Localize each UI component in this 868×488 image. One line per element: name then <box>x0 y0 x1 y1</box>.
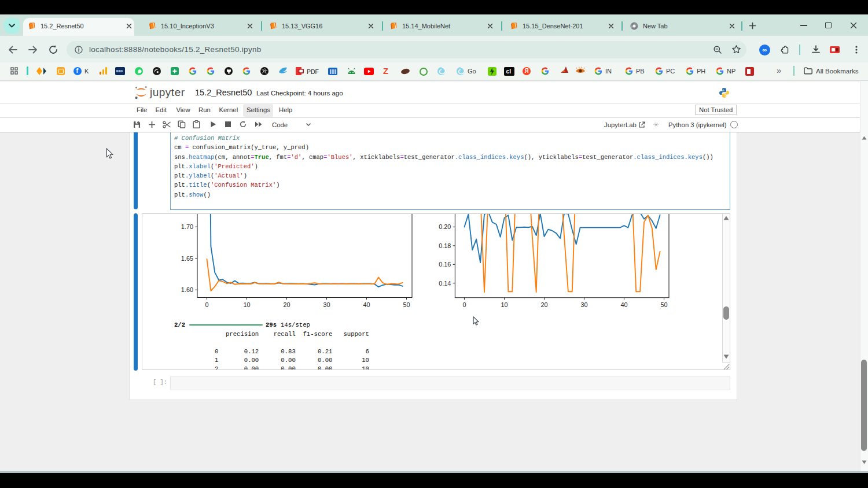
svg-text:50: 50 <box>403 301 410 308</box>
svg-text:40: 40 <box>363 301 370 308</box>
svg-text:0: 0 <box>462 301 466 308</box>
svg-text:0.16: 0.16 <box>439 261 451 268</box>
svg-text:30: 30 <box>580 301 587 308</box>
svg-text:50: 50 <box>660 301 667 308</box>
svg-text:0.18: 0.18 <box>439 242 451 249</box>
svg-text:1.60: 1.60 <box>181 286 193 293</box>
svg-text:1.70: 1.70 <box>181 223 193 230</box>
svg-text:0.14: 0.14 <box>439 279 451 286</box>
svg-text:0: 0 <box>205 301 208 308</box>
svg-text:0.20: 0.20 <box>439 223 451 230</box>
svg-text:10: 10 <box>501 301 507 308</box>
svg-text:10: 10 <box>243 301 250 308</box>
svg-text:1.65: 1.65 <box>181 254 193 261</box>
svg-text:20: 20 <box>283 301 290 308</box>
svg-text:30: 30 <box>323 301 330 308</box>
svg-text:20: 20 <box>540 301 547 308</box>
svg-text:40: 40 <box>620 301 627 308</box>
